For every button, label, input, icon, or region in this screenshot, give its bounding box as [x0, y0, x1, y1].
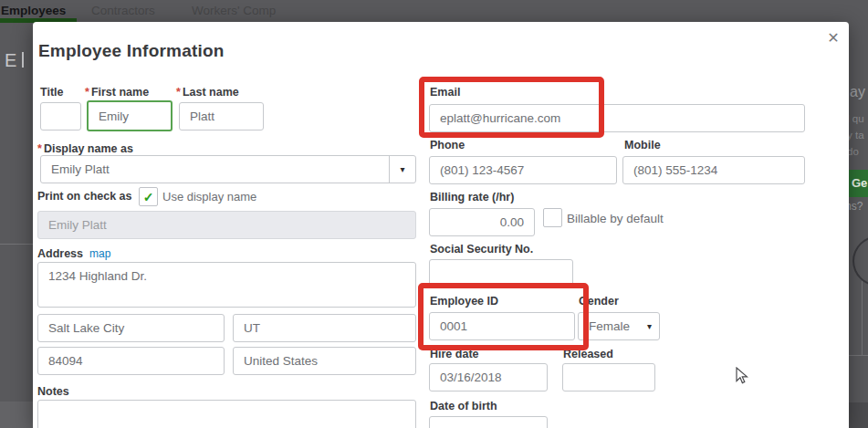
bg-left-tick [22, 52, 24, 68]
bg-left-footer-block [0, 402, 33, 428]
billing-rate-label: Billing rate (/hr) [430, 191, 514, 204]
bg-right-text-1: l qu [847, 113, 864, 124]
display-name-combobox[interactable]: Emily Platt ▾ [40, 155, 416, 183]
mobile-label: Mobile [624, 139, 661, 151]
hire-date-input[interactable] [429, 363, 548, 391]
use-display-name-label: Use display name [162, 190, 256, 204]
zip-input[interactable] [37, 347, 225, 375]
close-icon[interactable]: ✕ [823, 28, 843, 48]
first-name-input[interactable] [87, 100, 173, 131]
gender-label: Gender [579, 295, 619, 308]
title-label: Title [40, 86, 63, 99]
notes-label: Notes [37, 385, 69, 398]
check-icon: ✓ [143, 190, 154, 204]
mobile-input[interactable] [622, 156, 805, 184]
released-input[interactable] [562, 363, 655, 391]
billing-rate-input[interactable] [429, 208, 535, 236]
chevron-down-icon[interactable]: ▾ [389, 156, 415, 183]
employee-information-dialog: Employee Information ✕ Title *First name… [33, 22, 849, 428]
bg-get-started-button[interactable]: Ge [848, 170, 868, 197]
released-label: Released [563, 348, 613, 360]
bg-right-footer-block [849, 402, 868, 428]
required-asterisk: * [176, 86, 181, 99]
hire-date-label: Hire date [430, 348, 479, 360]
ssn-label: Social Security No. [430, 243, 533, 256]
phone-input[interactable] [429, 156, 617, 184]
bg-right-heading-fragment: ay [850, 84, 865, 100]
date-of-birth-input[interactable] [429, 416, 548, 428]
employee-id-input[interactable] [429, 312, 575, 340]
display-name-label: *Display name as [37, 142, 133, 155]
bg-circle-shape [852, 235, 868, 287]
email-label: Email [430, 86, 460, 99]
address-label: Address map [37, 247, 110, 260]
bg-right-vertical-divider [862, 281, 863, 356]
last-name-label: *Last name [176, 86, 239, 99]
email-input[interactable] [429, 104, 805, 132]
street-address-input[interactable]: 1234 Highland Dr. [37, 262, 416, 308]
screen: Employees Contractors Workers' Comp E ay… [0, 0, 868, 428]
tab-contractors[interactable]: Contractors [91, 4, 155, 17]
notes-input[interactable] [37, 400, 416, 428]
employee-id-label: Employee ID [430, 295, 498, 308]
country-input[interactable] [233, 347, 416, 375]
last-name-input[interactable] [179, 102, 264, 130]
print-on-check-label: Print on check as [37, 190, 132, 203]
title-input[interactable] [40, 102, 81, 130]
gender-select[interactable]: Female ▾ [578, 312, 660, 340]
bg-right-divider [849, 355, 868, 356]
use-display-name-checkbox[interactable]: ✓ [139, 187, 158, 206]
required-asterisk: * [37, 142, 42, 155]
ssn-input[interactable] [429, 259, 573, 287]
tab-workers-comp[interactable]: Workers' Comp [192, 4, 276, 17]
required-asterisk: * [85, 86, 89, 99]
print-on-check-input [37, 211, 416, 239]
date-of-birth-label: Date of birth [430, 400, 497, 412]
city-input[interactable] [37, 314, 225, 342]
chevron-down-icon: ▾ [647, 321, 652, 331]
tab-employees[interactable]: Employees [1, 4, 66, 17]
state-input[interactable] [233, 314, 416, 342]
bg-left-divider [0, 244, 33, 245]
phone-label: Phone [430, 139, 465, 151]
billable-by-default-label: Billable by default [567, 212, 664, 225]
first-name-label: *First name [85, 86, 149, 99]
map-link[interactable]: map [89, 247, 110, 260]
bg-right-text-2: y ta [847, 130, 864, 141]
billable-by-default-checkbox[interactable] [543, 208, 562, 227]
dialog-title: Employee Information [38, 41, 225, 61]
bg-left-text-fragment: E [5, 50, 16, 71]
